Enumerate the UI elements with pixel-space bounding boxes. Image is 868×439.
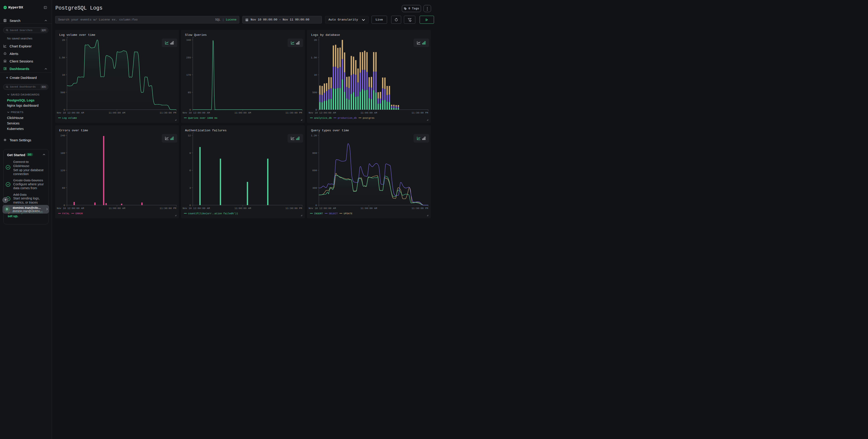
svg-text:600: 600 [312,169,317,172]
svg-text:Errors over time: Errors over time [59,129,88,132]
svg-text:INSERT: INSERT [314,212,323,215]
svg-text:1K: 1K [62,74,65,76]
svg-text:2K: 2K [62,39,65,41]
svg-text:0: 0 [315,204,317,207]
svg-text:Logs by database: Logs by database [311,33,340,37]
svg-text:countIf(like(arr..ation failed: countIf(like(arr..ation failed%')) [188,212,238,215]
svg-text:analytics_db: analytics_db [314,117,332,120]
svg-text:11:30:00 PM: 11:30:00 PM [411,112,428,114]
svg-text:500: 500 [312,91,317,94]
svg-text:240: 240 [60,134,65,137]
svg-text:Slow Queries: Slow Queries [185,33,207,37]
svg-text:UPDATE: UPDATE [343,212,352,215]
svg-text:1.5K: 1.5K [311,56,317,59]
svg-text:11:30:00 PM: 11:30:00 PM [160,112,176,114]
svg-text:Nov 10 12:00:00 AM: Nov 10 12:00:00 AM [183,112,210,114]
svg-text:2K: 2K [314,39,317,41]
svg-text:11:00:00 AM: 11:00:00 AM [361,207,377,210]
svg-text:Query types over time: Query types over time [311,129,349,132]
svg-text:11:00:00 AM: 11:00:00 AM [108,112,125,114]
svg-text:Log volume: Log volume [62,117,77,120]
svg-text:60: 60 [62,187,65,189]
svg-text:11:30:00 PM: 11:30:00 PM [286,207,302,210]
svg-text:Nov 10 12:00:00 AM: Nov 10 12:00:00 AM [57,207,84,210]
svg-text:11:00:00 AM: 11:00:00 AM [235,207,251,210]
svg-text:Log volume over time: Log volume over time [59,33,95,37]
svg-text:500: 500 [60,91,65,94]
svg-text:11:30:00 PM: 11:30:00 PM [160,207,176,210]
svg-text:FATAL: FATAL [62,212,69,215]
svg-text:85: 85 [188,91,191,94]
svg-text:Nov 10 12:00:00 AM: Nov 10 12:00:00 AM [309,112,336,114]
svg-text:180: 180 [60,152,65,155]
svg-text:1.5K: 1.5K [59,56,65,59]
svg-text:0: 0 [189,108,191,111]
svg-text:0: 0 [63,204,65,207]
svg-text:11:00:00 AM: 11:00:00 AM [108,207,125,210]
svg-text:170: 170 [186,74,191,76]
svg-text:11:00:00 AM: 11:00:00 AM [361,112,377,114]
svg-text:production_db: production_db [338,117,357,120]
svg-text:Queries over 1000 ms: Queries over 1000 ms [188,117,217,120]
svg-text:0: 0 [189,204,191,207]
svg-text:255: 255 [186,56,191,59]
svg-text:0: 0 [315,108,317,111]
svg-text:11:00:00 AM: 11:00:00 AM [235,112,251,114]
svg-text:120: 120 [60,169,65,172]
svg-text:12: 12 [188,134,191,137]
svg-text:11:30:00 PM: 11:30:00 PM [411,207,428,210]
svg-text:0: 0 [63,108,65,111]
svg-text:Nov 10 12:00:00 AM: Nov 10 12:00:00 AM [57,112,84,114]
svg-text:340: 340 [186,39,191,41]
svg-text:6: 6 [189,169,191,172]
svg-text:11:30:00 PM: 11:30:00 PM [286,112,302,114]
svg-text:SELECT: SELECT [329,212,338,215]
svg-text:9: 9 [189,152,191,155]
svg-text:ERROR: ERROR [75,212,83,215]
svg-text:3: 3 [189,187,191,189]
svg-text:Nov 10 12:00:00 AM: Nov 10 12:00:00 AM [183,207,210,210]
svg-text:900: 900 [312,152,317,155]
svg-text:1K: 1K [314,74,317,76]
svg-text:1.2K: 1.2K [311,134,317,137]
svg-text:Authentication failures: Authentication failures [185,129,226,132]
svg-text:postgres: postgres [363,117,374,120]
svg-text:Nov 10 12:00:00 AM: Nov 10 12:00:00 AM [309,207,336,210]
svg-text:300: 300 [312,187,317,189]
